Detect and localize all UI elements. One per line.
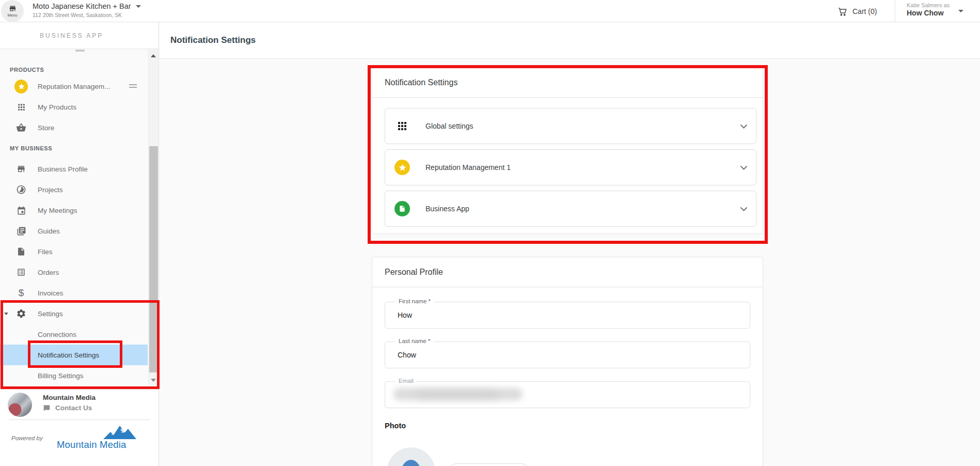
first-name-value: How: [385, 302, 750, 319]
sidebar-item-label: Reputation Managem...: [38, 83, 110, 90]
page-title: Notification Settings: [160, 35, 256, 45]
drag-handle-icon[interactable]: [129, 84, 137, 89]
file-icon: [14, 245, 28, 258]
sidebar-item-my-products[interactable]: My Products: [0, 97, 148, 117]
person-silhouette-icon: [401, 460, 421, 466]
personal-profile-card: Personal Profile First name * How Last n…: [372, 257, 763, 466]
sidebar-scrollbar[interactable]: [148, 49, 158, 389]
main-area: Notification Settings Notification Setti…: [160, 22, 980, 466]
expand-caret-icon[interactable]: [4, 313, 8, 315]
redacted-email-blur: [416, 390, 499, 399]
calendar-icon: [14, 204, 28, 217]
mountain-media-logo-text: Mountain Media: [57, 439, 126, 451]
sidebar-header: BUSINESS APP: [0, 22, 159, 49]
chevron-down-icon[interactable]: [740, 207, 748, 211]
document-circle-icon: [394, 201, 410, 216]
sidebar-item-store[interactable]: Store: [0, 117, 148, 138]
photo-section-label: Photo: [385, 422, 406, 430]
last-name-field[interactable]: Last name * Chow: [385, 341, 750, 368]
business-switcher[interactable]: Moto Japanese Kitchen + Bar: [33, 2, 141, 10]
sidebar-subitem-connections[interactable]: Connections: [0, 324, 148, 345]
sidebar-item-invoices[interactable]: $ Invoices: [0, 283, 148, 303]
timelapse-icon: [14, 183, 28, 196]
sidebar-item-business-profile[interactable]: Business Profile: [0, 159, 148, 179]
sidebar-item-label: Files: [38, 248, 53, 256]
row-label: Reputation Management 1: [425, 163, 511, 172]
last-name-label: Last name *: [396, 338, 433, 344]
sidebar-item-my-meetings[interactable]: My Meetings: [0, 200, 148, 221]
scroll-up-icon[interactable]: [151, 54, 156, 57]
company-name: Mountain Media: [43, 394, 96, 401]
card-title: Notification Settings: [372, 68, 763, 98]
sidebar-item-label: Settings: [38, 310, 63, 318]
top-bar: Menu Moto Japanese Kitchen + Bar 112 20t…: [0, 0, 980, 22]
sidebar-item-label: My Products: [38, 103, 76, 111]
expansion-row-business-app[interactable]: Business App: [385, 191, 756, 227]
sidebar-nav: PRODUCTS Reputation Managem... My Produc…: [0, 49, 148, 386]
menu-button[interactable]: Menu: [1, 0, 24, 22]
first-name-field[interactable]: First name * How: [385, 302, 750, 329]
contact-us-button[interactable]: Contact Us: [43, 404, 92, 412]
sidebar-item-label: Invoices: [38, 289, 64, 297]
expansion-row-reputation-management[interactable]: Reputation Management 1: [385, 149, 756, 185]
shopping-basket-icon: [14, 121, 28, 134]
sidebar-item-reputation-management[interactable]: Reputation Managem...: [0, 76, 148, 97]
apps-grid-icon: [14, 100, 28, 114]
sidebar-subitem-billing-settings[interactable]: Billing Settings: [0, 365, 148, 386]
storefront-icon: [14, 162, 28, 176]
profile-photo-avatar: [387, 447, 435, 466]
page-header: Notification Settings: [160, 22, 980, 59]
sidebar-footer: Mountain Media Contact Us Powered by Mou…: [0, 389, 159, 466]
sidebar-item-orders[interactable]: Orders: [0, 262, 148, 283]
list-alt-icon: [14, 266, 28, 279]
expansion-row-global-settings[interactable]: Global settings: [385, 108, 756, 144]
scrollbar-thumb[interactable]: [149, 146, 158, 372]
gear-icon: [14, 307, 28, 320]
user-chevron-down-icon[interactable]: [958, 10, 963, 12]
storefront-icon: [8, 5, 17, 12]
company-avatar: [8, 393, 32, 417]
user-context: Katie Salmers as: [907, 2, 950, 8]
sidebar-item-label: My Meetings: [38, 207, 77, 214]
sidebar-item-label: Projects: [38, 186, 63, 194]
chevron-down-icon: [136, 5, 141, 8]
business-address: 112 20th Street West, Saskatoon, SK: [33, 12, 141, 18]
cart-button[interactable]: Cart (0): [837, 0, 877, 22]
powered-by-label: Powered by: [11, 435, 43, 441]
sidebar-subitem-notification-settings[interactable]: Notification Settings: [0, 345, 148, 365]
sidebar-item-projects[interactable]: Projects: [0, 179, 148, 200]
email-field[interactable]: Email: [385, 381, 750, 408]
chevron-down-icon[interactable]: [740, 165, 748, 170]
library-books-icon: [14, 224, 28, 238]
last-name-value: Chow: [385, 342, 750, 359]
chevron-down-icon[interactable]: [740, 124, 748, 129]
user-menu[interactable]: Katie Salmers as How Chow: [907, 2, 950, 17]
mountain-logo-icon: [102, 424, 137, 440]
scroll-down-icon[interactable]: [151, 379, 156, 382]
card-title: Personal Profile: [372, 257, 763, 287]
sidebar-item-settings[interactable]: Settings: [0, 303, 148, 324]
chat-icon: [43, 405, 51, 412]
email-label: Email: [396, 378, 417, 384]
sidebar: BUSINESS APP PRODUCTS Reputation Managem…: [0, 22, 159, 466]
contact-us-label: Contact Us: [55, 404, 92, 412]
topbar-divider: [895, 0, 895, 22]
sidebar-item-guides[interactable]: Guides: [0, 221, 148, 241]
sidebar-item-label: Orders: [38, 269, 59, 276]
row-label: Global settings: [425, 122, 473, 130]
sidebar-item-files[interactable]: Files: [0, 241, 148, 262]
section-header-products: PRODUCTS: [0, 64, 148, 76]
first-name-label: First name *: [396, 298, 434, 304]
star-circle-icon: [394, 160, 410, 175]
sidebar-item-label: Guides: [38, 227, 60, 235]
row-label: Business App: [425, 205, 469, 213]
photo-action-button[interactable]: [447, 463, 531, 466]
sidebar-item-label: Store: [38, 124, 54, 132]
business-name: Moto Japanese Kitchen + Bar: [33, 2, 131, 10]
notification-settings-card: Notification Settings Global settings: [372, 67, 763, 234]
star-circle-icon: [14, 80, 28, 93]
page-content: Notification Settings Global settings: [160, 59, 980, 466]
apps-grid-icon: [394, 118, 410, 134]
section-header-my-business: MY BUSINESS: [0, 138, 148, 159]
user-name: How Chow: [907, 9, 950, 17]
